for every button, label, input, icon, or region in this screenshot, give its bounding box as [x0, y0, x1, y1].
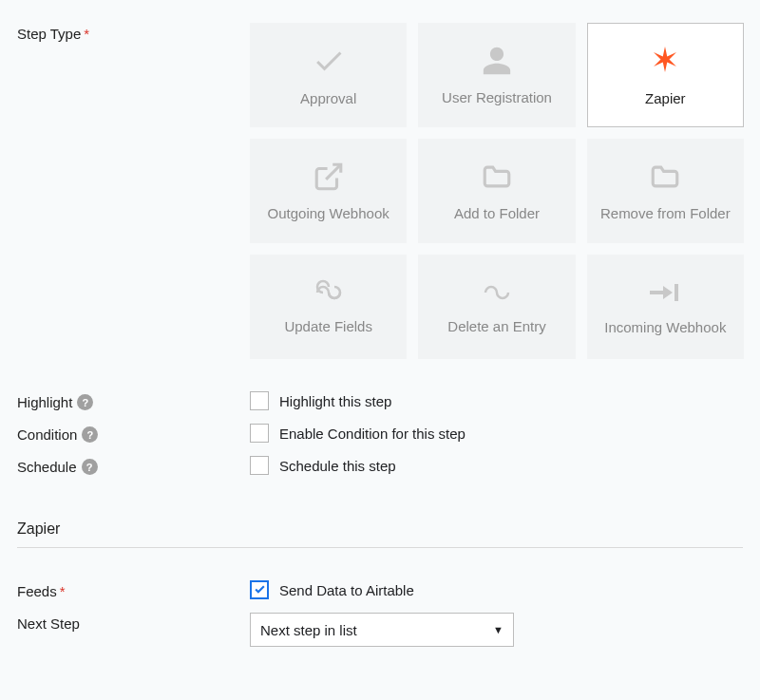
tile-label: Outgoing Webhook — [268, 205, 390, 221]
folder-icon — [649, 161, 681, 196]
help-icon[interactable]: ? — [82, 459, 98, 475]
link-icon — [310, 279, 348, 309]
tile-label: Update Fields — [284, 318, 372, 334]
user-icon — [481, 45, 513, 80]
asterisk-icon — [648, 44, 682, 81]
step-type-zapier[interactable]: Zapier — [587, 23, 744, 127]
svg-rect-1 — [674, 284, 678, 301]
highlight-checkbox[interactable] — [250, 391, 269, 410]
chevron-down-icon: ▼ — [493, 624, 504, 635]
feeds-option-text: Send Data to Airtable — [279, 582, 414, 598]
step-type-delete-entry[interactable]: Delete an Entry — [418, 255, 575, 359]
next-step-label: Next Step — [17, 613, 250, 632]
schedule-option-text: Schedule this step — [279, 458, 396, 474]
feeds-checkbox[interactable] — [250, 580, 269, 599]
tile-label: Delete an Entry — [447, 318, 545, 334]
highlight-label: Highlight ? — [17, 391, 250, 410]
condition-label: Condition ? — [17, 424, 250, 443]
step-type-incoming-webhook[interactable]: Incoming Webhook — [587, 255, 744, 359]
step-type-user-registration[interactable]: User Registration — [418, 23, 575, 127]
condition-checkbox[interactable] — [250, 424, 269, 443]
tile-label: User Registration — [442, 89, 552, 105]
condition-option-text: Enable Condition for this step — [279, 426, 466, 442]
help-icon[interactable]: ? — [82, 426, 98, 443]
highlight-option-text: Highlight this step — [279, 393, 391, 409]
step-type-approval[interactable]: Approval — [250, 23, 407, 127]
tile-label: Incoming Webhook — [604, 319, 726, 335]
zapier-section-title: Zapier — [17, 520, 743, 548]
tile-label: Approval — [300, 90, 356, 106]
step-type-outgoing-webhook[interactable]: Outgoing Webhook — [250, 139, 407, 243]
tile-label: Add to Folder — [454, 205, 540, 221]
tile-label: Zapier — [645, 90, 686, 106]
checkmark-icon — [254, 582, 266, 598]
next-step-value: Next step in list — [260, 622, 357, 638]
external-link-icon — [313, 161, 345, 196]
arrow-in-icon — [648, 278, 682, 310]
svg-line-0 — [326, 164, 341, 180]
step-type-label: Step Type* — [17, 23, 250, 42]
schedule-label: Schedule ? — [17, 456, 250, 475]
tile-label: Remove from Folder — [600, 205, 731, 221]
next-step-select[interactable]: Next step in list ▼ — [250, 613, 514, 647]
folder-icon — [481, 161, 513, 196]
step-type-add-folder[interactable]: Add to Folder — [418, 139, 575, 243]
step-type-update-fields[interactable]: Update Fields — [250, 255, 407, 359]
schedule-checkbox[interactable] — [250, 456, 269, 475]
step-type-grid: Approval User Registration Zapier Outgoi… — [250, 23, 744, 359]
feeds-label: Feeds* — [17, 580, 250, 599]
help-icon[interactable]: ? — [77, 394, 93, 410]
link-icon — [478, 279, 516, 309]
check-icon — [312, 44, 346, 81]
step-type-remove-folder[interactable]: Remove from Folder — [587, 139, 744, 243]
